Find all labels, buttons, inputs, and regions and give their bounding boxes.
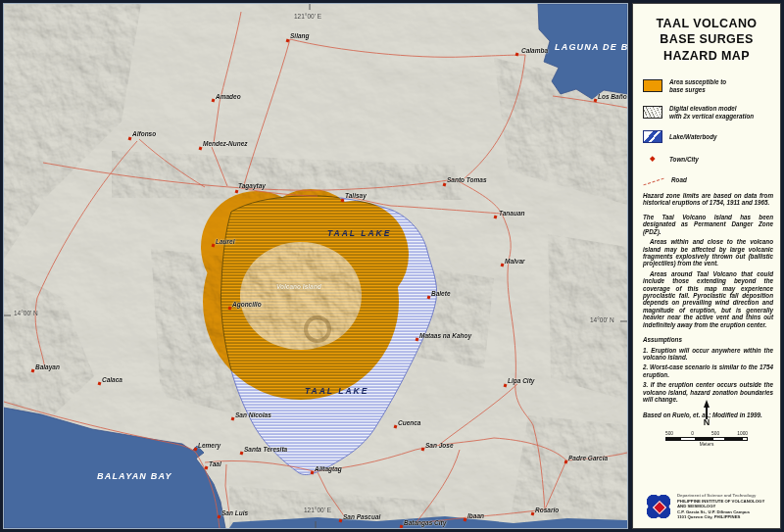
phivolcs-logo-block: Department of Science and Technology PHI… (645, 493, 776, 520)
north-arrow: N (633, 400, 780, 427)
scale-bar: 500 0 500 1000 Meters (665, 431, 748, 447)
dost-phivolcs-logo-icon (645, 493, 672, 520)
scale-bar-segments (665, 437, 748, 441)
agency-line: 1101 Quezon City, PHILIPPINES (677, 514, 764, 520)
legend-item-base-surges: Area susceptible to base surges (643, 78, 774, 94)
assumption-1: 1. Eruption will occur anywhere within t… (643, 347, 773, 362)
scale-segment (681, 438, 695, 440)
scale-segment (724, 438, 743, 440)
legend-item-road: Road (643, 174, 774, 185)
taal-hazard-map-page: { "colors": { "hazard_orange": "#EE9A00"… (0, 0, 784, 532)
legend-item-dem: Digital elevation model with 2x vertical… (643, 105, 774, 121)
legend-label: Digital elevation model with 2x vertical… (669, 105, 754, 121)
road-line-icon (643, 174, 664, 185)
title-line-3: HAZARD MAP (633, 48, 780, 64)
legend-item-town: Town/City (643, 154, 774, 164)
scale-unit: Meters (665, 442, 748, 447)
assumptions-heading: Assumptions (643, 336, 773, 343)
town-city-marker-icon (643, 154, 662, 164)
assumption-2: 2. Worst-case scenario is similar to the… (643, 363, 773, 378)
agency-line: Department of Science and Technology (677, 493, 764, 499)
north-label: N (704, 417, 710, 427)
scale-segment (695, 438, 713, 440)
scale-ticks: 500 0 500 1000 (665, 431, 748, 436)
title-line-1: TAAL VOLCANO (633, 16, 780, 31)
pdz-note: The Taal Volcano Island has been designa… (643, 214, 773, 235)
agency-address: Department of Science and Technology PHI… (677, 493, 764, 520)
volcano-island-texture (240, 242, 362, 350)
base-surge-swatch-icon (643, 79, 662, 92)
map-canvas: 121°00' ESilangCalambaLAGUNA DE BAYLos B… (3, 3, 628, 529)
scale-tick: 500 (665, 431, 673, 436)
title-line-2: BASE SURGES (633, 31, 780, 47)
legend-label: Area susceptible to base surges (669, 78, 726, 94)
north-arrow-head-icon (704, 400, 710, 408)
scale-tick: 500 (711, 431, 719, 436)
legend-label: Town/City (669, 156, 699, 164)
legend-label: Lake/Waterbody (669, 133, 717, 141)
info-panel: TAAL VOLCANO BASE SURGES HAZARD MAP Area… (632, 3, 781, 529)
legend-item-lake: Lake/Waterbody (643, 130, 774, 143)
scale-segment (713, 438, 724, 440)
pyroclastic-note: Areas around Taal Volcano that could inc… (643, 270, 773, 328)
ballistic-note: Areas within and close to the volcano is… (643, 238, 773, 267)
legend: Area susceptible to base surges Digital … (643, 78, 774, 185)
legend-label: Road (671, 176, 687, 184)
map-title: TAAL VOLCANO BASE SURGES HAZARD MAP (633, 16, 780, 64)
scale-segment (666, 438, 681, 440)
hazard-note: Hazard zone limits are based on data fro… (643, 192, 773, 207)
explanatory-text: Hazard zone limits are based on data fro… (643, 192, 773, 421)
scale-tick: 1000 (737, 431, 748, 436)
map-svg (4, 4, 627, 528)
lake-swatch-icon (643, 130, 662, 143)
scale-tick: 0 (691, 431, 694, 436)
dem-swatch-icon (643, 106, 662, 119)
